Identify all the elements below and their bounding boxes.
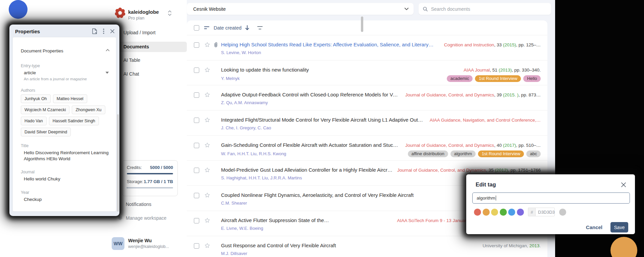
folder-select[interactable]: Cesnik Website bbox=[187, 3, 414, 15]
list-scrollbar[interactable] bbox=[361, 16, 363, 32]
author-chip[interactable]: David Silver Deepmind bbox=[21, 128, 71, 136]
field-cite-key[interactable]: Cite-key generate custom cite key bbox=[21, 211, 108, 212]
color-swatch-1[interactable] bbox=[483, 209, 490, 216]
document-row[interactable]: Gust Response and Control of Very Flexib… bbox=[187, 236, 547, 257]
star-icon[interactable] bbox=[204, 42, 210, 48]
select-all-checkbox[interactable] bbox=[194, 25, 199, 31]
row-checkbox[interactable] bbox=[194, 68, 199, 73]
star-icon[interactable] bbox=[204, 243, 210, 249]
close-icon[interactable] bbox=[621, 182, 626, 187]
row-checkbox[interactable] bbox=[194, 168, 199, 173]
sidebar-item-upload-import[interactable]: Upload / Import bbox=[117, 28, 187, 38]
field-title[interactable]: Title Hello Discovering Reinforcement Le… bbox=[21, 143, 108, 162]
row-checkbox[interactable] bbox=[194, 143, 199, 148]
hex-color-input[interactable]: D3D3D3 bbox=[535, 208, 555, 216]
sidebar-item-documents[interactable]: Documents bbox=[117, 42, 187, 52]
author-chip[interactable]: Hado Van bbox=[21, 117, 47, 125]
color-swatch-0[interactable] bbox=[474, 209, 481, 216]
tag-pill[interactable]: algorithm bbox=[450, 151, 476, 157]
sidebar-item-ai-chat[interactable]: AI Chat bbox=[117, 69, 187, 79]
star-icon[interactable] bbox=[204, 92, 210, 98]
star-icon[interactable] bbox=[204, 117, 210, 123]
document-row[interactable]: Looking to update this new functionality… bbox=[187, 60, 547, 85]
tag-pill[interactable]: Hello bbox=[523, 75, 541, 82]
tag-name-input[interactable]: algorithm bbox=[472, 192, 630, 204]
tag-pill[interactable]: 1st Round Interview bbox=[478, 151, 524, 157]
edit-tag-modal: Edit tag algorithm # D3D3D3 Cancel Save bbox=[466, 174, 635, 234]
kebab-menu-icon[interactable] bbox=[103, 29, 104, 34]
collapse-section-icon[interactable] bbox=[106, 49, 110, 51]
star-icon[interactable] bbox=[204, 217, 210, 223]
sidebar-item-notifications[interactable]: Notifications bbox=[126, 202, 151, 207]
document-reference: Journal of Guidance, Control, and Dynami… bbox=[400, 143, 541, 148]
user-name: Wenjie Wu bbox=[128, 238, 152, 243]
new-document-icon[interactable] bbox=[92, 28, 97, 34]
color-swatch-gray[interactable] bbox=[559, 209, 566, 216]
attachment-icon bbox=[213, 218, 219, 223]
document-authors: E. Livne, W.E. Boeing bbox=[221, 226, 263, 231]
field-journal[interactable]: Journal Hello world Chuky bbox=[21, 170, 108, 182]
document-row[interactable]: Helping High School Students Read Like E… bbox=[187, 35, 547, 60]
row-checkbox[interactable] bbox=[194, 218, 199, 223]
document-authors: M.J. Dillsaver bbox=[221, 251, 247, 256]
document-properties-card: Document Properties Entry-type article A… bbox=[12, 37, 116, 212]
document-title[interactable]: Looking to update this new functionality bbox=[221, 67, 309, 73]
document-title[interactable]: Integrated Flight/Structural Mode Contro… bbox=[221, 117, 425, 123]
star-icon[interactable] bbox=[204, 67, 210, 73]
attachment-icon bbox=[213, 117, 219, 123]
document-title[interactable]: Helping High School Students Read Like E… bbox=[221, 42, 433, 47]
panel-scrollbar[interactable] bbox=[117, 114, 119, 212]
document-title[interactable]: Adaptive Output-Feedback Control with Cl… bbox=[221, 92, 400, 97]
author-chip[interactable]: Wojciech M Czarnecki bbox=[21, 105, 69, 114]
tag-pill[interactable]: abc bbox=[526, 151, 541, 157]
attachment-icon bbox=[213, 92, 219, 98]
document-row[interactable]: Integrated Flight/Structural Mode Contro… bbox=[187, 110, 547, 135]
field-entry-type[interactable]: Entry-type article An article from a jou… bbox=[21, 63, 108, 81]
sort-direction-icon[interactable] bbox=[245, 25, 250, 31]
document-row[interactable]: Adaptive Output-Feedback Control with Cl… bbox=[187, 85, 547, 110]
search-icon bbox=[423, 6, 428, 12]
document-title[interactable]: Gust Response and Control of Very Flexib… bbox=[221, 243, 336, 248]
row-checkbox[interactable] bbox=[194, 243, 199, 249]
cancel-button[interactable]: Cancel bbox=[586, 224, 602, 230]
color-swatch-3[interactable] bbox=[500, 209, 507, 216]
color-swatch-4[interactable] bbox=[508, 209, 515, 216]
star-icon[interactable] bbox=[204, 167, 210, 173]
author-chip[interactable]: Matteo Hessel bbox=[53, 94, 87, 103]
sidebar-item-manage-workspace[interactable]: Manage workspace bbox=[126, 215, 166, 221]
search-input[interactable] bbox=[431, 6, 547, 12]
author-chip[interactable]: Junhyuk Oh bbox=[21, 94, 51, 103]
document-tags: affine distributionalgorithm1st Round In… bbox=[408, 151, 541, 157]
save-button[interactable]: Save bbox=[610, 222, 628, 232]
tag-pill[interactable]: affine distribution bbox=[408, 151, 448, 157]
author-chip[interactable]: Hasselt Satinder Singh bbox=[49, 117, 99, 125]
author-chip[interactable]: Zhongwen Xu bbox=[72, 105, 105, 114]
blue-cursor-dot bbox=[9, 0, 28, 19]
workspace-switcher-icon[interactable] bbox=[167, 9, 172, 17]
document-reference: Journal of Guidance, Control, and Dynami… bbox=[392, 168, 541, 173]
field-year[interactable]: Year Checkup bbox=[21, 190, 108, 203]
color-swatch-5[interactable] bbox=[517, 209, 524, 216]
document-title[interactable]: Aircraft Active Flutter Suppression Stat… bbox=[221, 217, 329, 223]
row-checkbox[interactable] bbox=[194, 193, 199, 198]
filter-icon[interactable] bbox=[257, 26, 263, 30]
sidebar-item-ai-table[interactable]: AI Table bbox=[117, 55, 187, 66]
row-checkbox[interactable] bbox=[194, 42, 199, 48]
document-title[interactable]: Model-Predictive Gust Load Alleviation C… bbox=[221, 167, 392, 173]
dropdown-arrow-icon[interactable] bbox=[105, 72, 109, 74]
tag-pill[interactable]: academic bbox=[447, 75, 473, 82]
sort-field-label[interactable]: Date created bbox=[214, 25, 241, 31]
row-checkbox[interactable] bbox=[194, 92, 199, 98]
avatar[interactable]: WW bbox=[112, 237, 124, 250]
close-icon[interactable] bbox=[110, 29, 115, 34]
color-swatch-2[interactable] bbox=[491, 209, 498, 216]
document-row[interactable]: Gain-Scheduling Control of Flexible Airc… bbox=[187, 135, 547, 161]
star-icon[interactable] bbox=[204, 192, 210, 198]
document-title[interactable]: Gain-Scheduling Control of Flexible Airc… bbox=[221, 142, 400, 148]
tag-pill[interactable]: 1st Round Interview bbox=[475, 75, 521, 82]
star-icon[interactable] bbox=[204, 142, 210, 148]
sort-icon[interactable] bbox=[204, 26, 210, 30]
row-checkbox[interactable] bbox=[194, 118, 199, 123]
document-title[interactable]: Coupled Nonlinear Flight Dynamics, Aeroe… bbox=[221, 192, 414, 198]
document-authors: C.M. Shearer bbox=[221, 201, 247, 206]
